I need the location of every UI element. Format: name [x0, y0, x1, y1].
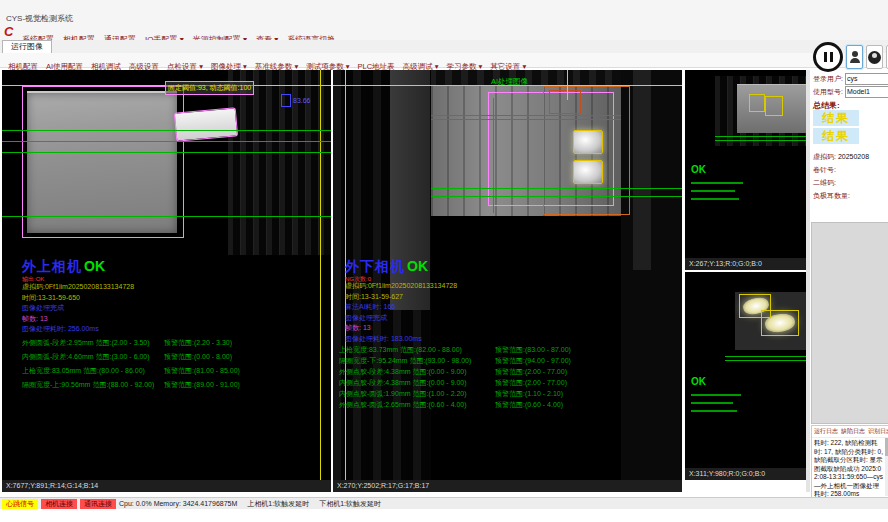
overlay-text-line — [691, 402, 733, 404]
log-text: 耗时: 222, 缺陷检测耗时: 17, 缺陷分类耗时: 0, 缺陷截取分区耗时… — [812, 438, 888, 499]
field-row: 卷针号: — [813, 165, 869, 178]
measurement-row: 外侧圆弧-段差:2.95mm 范围:(2.00 - 3.50) 预警范围:(2.… — [22, 338, 240, 352]
measurement-value: 隔圈宽度-下:95.24mm 范围:(93.00 - 98.00) — [339, 356, 495, 367]
info-line: 图像处理耗时: 256.00ms — [22, 324, 134, 335]
small-camera-view-2[interactable]: OK X:311;Y:980;R:0;G:0;B:0 — [685, 272, 806, 480]
camera1-status: 上相机1:软触发延时 — [247, 499, 309, 509]
info-block: 虚拟码:0Ff1iim20250208133134728时间:13-31-59-… — [345, 281, 457, 344]
info-line: 帧数: 13 — [22, 314, 134, 325]
measurement-list: 上枪宽度:83.73mm 范围:(82.00 - 88.00) 预警范围:(83… — [339, 345, 571, 411]
roi-box — [749, 94, 765, 112]
app-title: CYS-视觉检测系统 — [6, 13, 73, 24]
measurement-value: 内侧点胶-段差:4.38mm 范围:(0.00 - 9.00) — [339, 378, 495, 389]
warning-range: 预警范围:(81.00 - 85.00) — [164, 366, 240, 380]
measure-line — [2, 141, 331, 142]
panel-splitter[interactable] — [806, 70, 810, 492]
log-tab[interactable]: 缺陷日志 — [841, 427, 865, 436]
field-row: 虚拟码: 20250208 — [813, 152, 869, 165]
measure-line — [2, 130, 331, 131]
camera-title: 外上相机OK — [22, 258, 105, 276]
result-block-1: 结果 — [813, 110, 859, 126]
tab-run-image[interactable]: 运行图像 — [2, 40, 52, 53]
result-ok-label: OK — [84, 258, 105, 274]
measurement-value: 上枪宽度:83.73mm 范围:(82.00 - 88.00) — [339, 345, 495, 356]
toolbar: 相机配置AI使用配置相机调试高级设置点检设置 ▾图像处理 ▾基准线参数 ▾测试项… — [0, 53, 888, 68]
fields-block: 虚拟码: 20250208 卷针号: 二维码: 负极耳数量: — [813, 152, 869, 204]
warning-range: 预警范围:(0.00 - 8.00) — [164, 352, 232, 366]
operator-button[interactable] — [866, 45, 883, 69]
connector-part-image — [174, 107, 238, 141]
pixel-coords-bar: X:311;Y:980;R:0;G:0;B:0 — [685, 468, 806, 480]
info-line: 虚拟码:0Ff1iim20250208133134728 — [345, 281, 457, 292]
model-row: 使用型号: Model1 — [813, 86, 888, 98]
info-line: 时间:13-31-59-650 — [22, 293, 134, 304]
measurement-row: 内侧圆弧-段差:4.60mm 范围:(3.00 - 6.00) 预警范围:(0.… — [22, 352, 240, 366]
measure-line — [431, 119, 621, 120]
warning-range: 预警范围:(0.60 - 4.00) — [495, 400, 563, 411]
measure-tag-box — [281, 94, 291, 107]
info-line: 图像处理完成 — [22, 303, 134, 314]
warning-range: 预警范围:(2.20 - 3.30) — [164, 338, 232, 352]
app-logo-icon: C — [4, 24, 13, 39]
machine-column — [633, 70, 651, 270]
measurement-value: 内侧点胶-圆弧:1.90mm 范围:(1.00 - 2.20) — [339, 389, 495, 400]
overlay-text-line — [691, 182, 743, 184]
measurement-value: 隔圈宽度-上:90.56mm 范围:(88.00 - 92.00) — [22, 380, 164, 394]
log-panel: 运行日志缺陷日志识别日志 耗时: 222, 缺陷检测耗时: 17, 缺陷分类耗时… — [811, 425, 888, 499]
roi-box-small — [549, 90, 581, 114]
threshold-label: 固定阈值:93, 动态阈值:100 — [165, 81, 254, 95]
measure-line-vertical — [493, 98, 494, 213]
result-ok-label: OK — [691, 164, 706, 175]
warning-range: 预警范围:(83.00 - 87.00) — [495, 345, 571, 356]
login-user-button[interactable] — [846, 45, 863, 69]
measure-line — [431, 196, 682, 197]
measurement-row: 上枪宽度:83.73mm 范围:(82.00 - 88.00) 预警范围:(83… — [339, 345, 571, 356]
cpu-memory-text: Cpu: 0.0% Memory: 3424.41796875M — [119, 500, 237, 507]
login-user-input[interactable]: cys — [845, 73, 888, 85]
overlay-text-line — [691, 410, 737, 412]
measurement-row: 隔圈宽度-上:90.56mm 范围:(88.00 - 92.00) 预警范围:(… — [22, 380, 240, 394]
user-icon — [852, 51, 858, 57]
measurement-value: 外侧点胶-圆弧:2.65mm 范围:(0.60 - 4.00) — [339, 400, 495, 411]
model-input[interactable]: Model1 — [845, 86, 888, 98]
ai-image-label: AI处理图像 — [491, 77, 528, 87]
pause-button[interactable] — [813, 42, 843, 72]
warning-range: 预警范围:(89.00 - 91.00) — [164, 380, 240, 394]
reference-line-vertical — [320, 70, 321, 480]
overlay-text-line — [691, 394, 741, 396]
measurement-row: 外侧点胶-圆弧:2.65mm 范围:(0.60 - 4.00) 预警范围:(0.… — [339, 400, 571, 411]
info-line: 图像处理耗时: 183.00ms — [345, 334, 457, 345]
status-badge: 心跳信号 — [2, 499, 38, 509]
side-panel: 登录用户: cys 使用型号: Model1 总结果: 结果 结果 虚拟码: 2… — [811, 40, 888, 497]
spare-panel — [811, 222, 888, 424]
overlay-text-line — [691, 190, 735, 192]
measurement-value: 外侧点胶-段差:4.38mm 范围:(0.00 - 9.00) — [339, 367, 495, 378]
info-line: 虚拟码:0Ff1iim20250208133134728 — [22, 282, 134, 293]
measurement-row: 隔圈宽度-下:95.24mm 范围:(93.00 - 98.00) 预警范围:(… — [339, 356, 571, 367]
measure-line — [715, 140, 806, 141]
camera-view-upper-outer[interactable]: 固定阈值:93, 动态阈值:100 83.66 外上相机OK 输出:OK 虚拟码… — [2, 70, 331, 492]
measurement-row: 内侧点胶-段差:4.38mm 范围:(0.00 - 9.00) 预警范围:(2.… — [339, 378, 571, 389]
menu-bar: C 系统配置相机配置通讯配置IO手配置 ▾光源控制配置 ▾查看 ▾系统语言切换 — [0, 26, 888, 40]
result-ok-label: OK — [407, 258, 428, 274]
camera-title: 外下相机OK — [345, 258, 428, 276]
measurement-row: 内侧点胶-圆弧:1.90mm 范围:(1.00 - 2.20) 预警范围:(1.… — [339, 389, 571, 400]
measure-line — [725, 360, 806, 361]
measure-line — [715, 136, 806, 137]
status-badges: 心跳信号相机连接通讯连接 — [2, 499, 119, 509]
measurement-row: 上枪宽度:83.05mm 范围:(80.00 - 86.00) 预警范围:(81… — [22, 366, 240, 380]
small-camera-view-1[interactable]: OK X:267;Y:13;R:0;G:0;B:0 — [685, 70, 806, 270]
titlebar: CYS-视觉检测系统 — [0, 0, 888, 26]
log-tab[interactable]: 识别日志 — [868, 427, 888, 436]
measure-line — [2, 216, 331, 217]
user-circle-icon — [868, 51, 881, 64]
reference-line-vertical — [567, 70, 568, 100]
control-button-row — [813, 42, 888, 72]
camera2-status: 下相机1:软触发延时 — [319, 499, 381, 509]
measurement-value: 上枪宽度:83.05mm 范围:(80.00 - 86.00) — [22, 366, 164, 380]
pixel-coords-bar: X:7677;Y:891;R:14;G:14;B:14 — [2, 480, 331, 492]
camera-view-lower-outer[interactable]: AI处理图像 外下相机OK NG次数:0 虚拟码:0Ff1iim20250208… — [333, 70, 682, 492]
log-tab[interactable]: 运行日志 — [814, 427, 838, 436]
cell-part-image — [27, 91, 177, 233]
pixel-coords-bar: X:267;Y:13;R:0;G:0;B:0 — [685, 258, 806, 270]
